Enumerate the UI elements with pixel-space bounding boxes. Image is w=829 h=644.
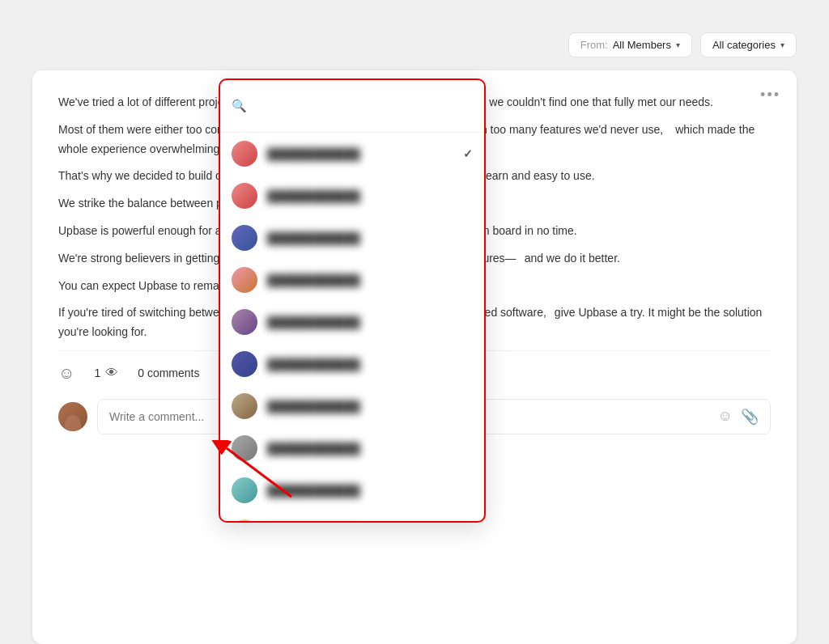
member-avatar-5 [232, 309, 257, 335]
member-name-6: ████████████ [267, 358, 473, 371]
dropdown-item-8[interactable]: ████████████ [220, 427, 484, 469]
member-name-8: ████████████ [267, 443, 473, 455]
dropdown-item-1[interactable]: ████████████ ✓ [220, 133, 484, 175]
from-label: From: [580, 39, 608, 51]
dropdown-search-bar: 🔍 [220, 80, 484, 133]
dropdown-item-10[interactable]: ████████████ [220, 511, 484, 521]
from-value: All Members [613, 39, 671, 51]
dropdown-item-5[interactable]: ████████████ [220, 301, 484, 343]
member-avatar-1 [232, 141, 257, 167]
reaction-number: 1 [94, 366, 100, 379]
categories-value: All categories [712, 39, 776, 51]
dropdown-item-2[interactable]: ████████████ [220, 175, 484, 217]
post-card: ••• We've tried a lot of different proje… [32, 70, 797, 644]
member-avatar-9 [232, 477, 257, 503]
top-bar: From: All Members ▾ All categories ▾ [32, 32, 797, 57]
member-name-3: ████████████ [267, 232, 473, 244]
member-name-9: ████████████ [267, 485, 473, 497]
dropdown-item-7[interactable]: ████████████ [220, 385, 484, 427]
search-icon: 🔍 [232, 99, 247, 113]
comment-icons: ☺ 📎 [718, 408, 759, 426]
comment-attach-icon[interactable]: 📎 [741, 408, 759, 426]
member-avatar-6 [232, 351, 257, 377]
categories-chevron-icon: ▾ [780, 40, 784, 49]
from-filter-button[interactable]: From: All Members ▾ [568, 32, 692, 57]
member-name-2: ████████████ [267, 190, 473, 202]
more-options-button[interactable]: ••• [760, 87, 780, 104]
member-avatar-3 [232, 225, 257, 251]
member-avatar-10 [232, 519, 257, 521]
dropdown-list: ████████████ ✓ ████████████ ████████████… [220, 133, 484, 521]
dropdown-search-input[interactable] [253, 90, 473, 122]
member-avatar-7 [232, 393, 257, 419]
member-name-5: ████████████ [267, 316, 473, 328]
from-chevron-icon: ▾ [676, 40, 680, 49]
member-name-4: ████████████ [267, 274, 473, 286]
dropdown-item-4[interactable]: ████████████ [220, 259, 484, 301]
page-container: From: All Members ▾ All categories ▾ •••… [16, 16, 813, 644]
member-avatar-2 [232, 183, 257, 209]
comment-emoji-icon[interactable]: ☺ [718, 408, 733, 426]
check-icon-1: ✓ [463, 147, 473, 160]
reaction-count[interactable]: 1 👁 [94, 366, 118, 380]
user-avatar [58, 402, 87, 431]
member-name-7: ████████████ [267, 400, 473, 413]
member-name-1: ████████████ [267, 148, 453, 160]
emoji-react-button[interactable]: ☺ [58, 364, 74, 383]
member-avatar-4 [232, 267, 257, 293]
dropdown-item-9[interactable]: ████████████ [220, 469, 484, 511]
dropdown-item-6[interactable]: ████████████ [220, 343, 484, 385]
member-avatar-8 [232, 435, 257, 461]
categories-filter-button[interactable]: All categories ▾ [700, 32, 797, 57]
dropdown-item-3[interactable]: ████████████ [220, 217, 484, 259]
comments-count: 0 comments [138, 366, 199, 379]
member-dropdown: 🔍 ████████████ ✓ ████████████ ██████████… [219, 78, 486, 523]
eye-icon: 👁 [105, 366, 118, 380]
